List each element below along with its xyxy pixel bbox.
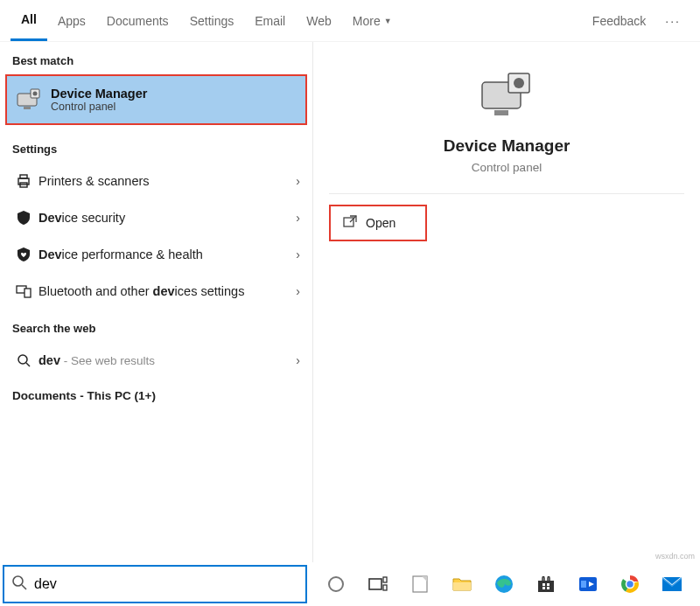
- printer-icon: [12, 173, 35, 189]
- svg-rect-25: [538, 581, 554, 592]
- edge-icon[interactable]: [494, 574, 514, 595]
- svg-point-9: [18, 355, 27, 364]
- taskbar: [0, 562, 700, 606]
- watermark: wsxdn.com: [655, 552, 695, 561]
- svg-rect-8: [24, 289, 31, 297]
- svg-rect-26: [542, 583, 545, 586]
- shield-icon: [12, 210, 35, 226]
- tab-all[interactable]: All: [10, 1, 47, 41]
- row-label: dev - See web results: [35, 353, 296, 367]
- heart-shield-icon: [12, 247, 35, 262]
- more-options-button[interactable]: ···: [656, 1, 690, 41]
- divider: [329, 193, 684, 194]
- settings-row-security[interactable]: Device security ›: [0, 199, 312, 236]
- results-list: Best match Device Manager Control panel …: [0, 42, 313, 562]
- settings-row-bluetooth[interactable]: Bluetooth and other devices settings ›: [0, 273, 312, 310]
- row-label: Device performance & health: [35, 247, 296, 261]
- search-icon: [12, 353, 35, 367]
- svg-point-2: [33, 92, 38, 96]
- svg-rect-21: [383, 585, 387, 590]
- section-search-web: Search the web: [0, 310, 312, 342]
- open-button[interactable]: Open: [329, 205, 427, 241]
- preview-pane: Device Manager Control panel Open: [313, 42, 700, 562]
- section-best-match: Best match: [0, 42, 312, 74]
- search-input-container[interactable]: [3, 565, 307, 603]
- chevron-down-icon: ▼: [384, 17, 392, 25]
- tab-web[interactable]: Web: [296, 1, 342, 41]
- search-input[interactable]: [34, 576, 298, 592]
- devices-icon: [12, 283, 35, 299]
- web-search-row[interactable]: dev - See web results ›: [0, 342, 312, 379]
- tab-email[interactable]: Email: [244, 1, 296, 41]
- device-manager-icon: [16, 87, 42, 113]
- svg-rect-28: [542, 587, 545, 589]
- chevron-right-icon: ›: [296, 284, 300, 298]
- best-match-title: Device Manager: [51, 87, 147, 101]
- settings-row-printers[interactable]: Printers & scanners ›: [0, 163, 312, 199]
- settings-row-performance[interactable]: Device performance & health ›: [0, 236, 312, 273]
- svg-rect-15: [344, 218, 354, 226]
- row-label: Printers & scanners: [35, 174, 296, 188]
- open-icon: [343, 215, 357, 231]
- svg-rect-3: [24, 107, 31, 109]
- svg-line-10: [26, 363, 30, 366]
- svg-rect-29: [547, 587, 550, 589]
- chevron-right-icon: ›: [296, 174, 300, 188]
- device-manager-large-icon: [476, 68, 537, 121]
- preview-title: Device Manager: [313, 136, 700, 156]
- chevron-right-icon: ›: [296, 247, 300, 261]
- svg-rect-23: [453, 582, 471, 590]
- tab-more[interactable]: More▼: [342, 1, 402, 41]
- preview-subtitle: Control panel: [313, 161, 700, 174]
- filter-tabs: All Apps Documents Settings Email Web Mo…: [0, 0, 700, 42]
- svg-rect-20: [383, 577, 387, 582]
- search-icon: [11, 575, 27, 594]
- taskbar-icons: [310, 574, 682, 595]
- best-match-result[interactable]: Device Manager Control panel: [5, 74, 307, 125]
- svg-line-17: [22, 585, 26, 589]
- svg-point-18: [329, 577, 343, 591]
- svg-rect-27: [547, 583, 550, 586]
- row-label: Device security: [35, 211, 296, 225]
- svg-rect-19: [369, 579, 382, 589]
- svg-rect-31: [581, 581, 586, 588]
- video-editor-icon[interactable]: [578, 574, 598, 595]
- chrome-icon[interactable]: [620, 574, 640, 595]
- tab-apps[interactable]: Apps: [47, 1, 96, 41]
- svg-point-13: [514, 78, 524, 88]
- mail-icon[interactable]: [662, 574, 682, 595]
- svg-point-33: [626, 581, 634, 589]
- feedback-link[interactable]: Feedback: [582, 1, 656, 41]
- svg-rect-14: [494, 110, 508, 115]
- store-icon[interactable]: [536, 574, 556, 595]
- section-settings: Settings: [0, 130, 312, 163]
- row-label: Bluetooth and other devices settings: [35, 284, 296, 298]
- svg-point-16: [13, 576, 23, 586]
- tab-documents[interactable]: Documents: [96, 1, 179, 41]
- task-view-icon[interactable]: [368, 574, 388, 595]
- tab-settings[interactable]: Settings: [179, 1, 245, 41]
- section-documents[interactable]: Documents - This PC (1+): [0, 379, 312, 413]
- cortana-icon[interactable]: [326, 574, 346, 595]
- chevron-right-icon: ›: [296, 353, 300, 367]
- open-label: Open: [366, 216, 396, 230]
- libreoffice-icon[interactable]: [410, 574, 430, 595]
- best-match-subtitle: Control panel: [51, 101, 147, 113]
- tab-more-label: More: [353, 14, 381, 28]
- file-explorer-icon[interactable]: [452, 574, 472, 595]
- svg-rect-5: [20, 175, 27, 178]
- chevron-right-icon: ›: [296, 211, 300, 225]
